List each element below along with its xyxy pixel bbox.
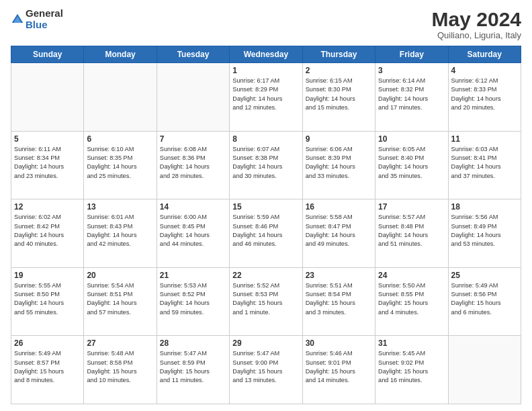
day-info: Sunrise: 5:45 AMSunset: 9:02 PMDaylight:… <box>378 349 445 385</box>
day-info: Sunrise: 6:11 AMSunset: 8:34 PMDaylight:… <box>14 145 81 181</box>
day-number: 18 <box>451 202 518 212</box>
logo-text: General Blue <box>26 8 63 30</box>
day-number: 16 <box>306 202 372 212</box>
calendar-week-row: 1Sunrise: 6:17 AMSunset: 8:29 PMDaylight… <box>11 63 521 132</box>
table-row: 10Sunrise: 6:05 AMSunset: 8:40 PMDayligh… <box>375 131 448 199</box>
page: General Blue May 2024 Quiliano, Liguria,… <box>0 0 532 411</box>
day-number: 9 <box>306 134 372 144</box>
day-info: Sunrise: 5:47 AMSunset: 9:00 PMDaylight:… <box>232 349 299 385</box>
day-info: Sunrise: 6:17 AMSunset: 8:29 PMDaylight:… <box>232 77 299 112</box>
location-subtitle: Quiliano, Liguria, Italy <box>432 30 521 40</box>
day-number: 26 <box>14 338 81 348</box>
day-number: 27 <box>87 338 153 348</box>
logo-blue: Blue <box>26 19 48 30</box>
day-number: 1 <box>232 66 299 75</box>
table-row: 19Sunrise: 5:55 AMSunset: 8:50 PMDayligh… <box>11 267 84 336</box>
day-info: Sunrise: 6:12 AMSunset: 8:33 PMDaylight:… <box>451 77 518 112</box>
table-row: 27Sunrise: 5:48 AMSunset: 8:58 PMDayligh… <box>84 336 157 404</box>
day-info: Sunrise: 6:00 AMSunset: 8:45 PMDaylight:… <box>160 213 226 248</box>
calendar-week-row: 19Sunrise: 5:55 AMSunset: 8:50 PMDayligh… <box>11 267 521 336</box>
day-info: Sunrise: 6:10 AMSunset: 8:35 PMDaylight:… <box>87 145 153 181</box>
table-row: 28Sunrise: 5:47 AMSunset: 8:59 PMDayligh… <box>157 336 229 404</box>
month-title: May 2024 <box>432 8 521 30</box>
day-number: 3 <box>378 66 445 75</box>
day-number: 11 <box>451 134 518 144</box>
day-number: 24 <box>378 271 445 280</box>
table-row: 8Sunrise: 6:07 AMSunset: 8:38 PMDaylight… <box>230 131 302 199</box>
day-number: 6 <box>87 134 153 144</box>
day-info: Sunrise: 6:14 AMSunset: 8:32 PMDaylight:… <box>378 77 445 112</box>
day-info: Sunrise: 6:15 AMSunset: 8:30 PMDaylight:… <box>306 77 372 112</box>
day-number: 4 <box>451 66 518 75</box>
col-wednesday: Wednesday <box>230 46 302 63</box>
col-friday: Friday <box>375 46 448 63</box>
table-row <box>11 63 84 132</box>
day-number: 7 <box>160 134 226 144</box>
table-row <box>448 336 521 404</box>
day-number: 5 <box>14 134 81 144</box>
logo-general: General <box>26 7 63 19</box>
table-row: 20Sunrise: 5:54 AMSunset: 8:51 PMDayligh… <box>84 267 157 336</box>
day-info: Sunrise: 6:07 AMSunset: 8:38 PMDaylight:… <box>232 145 299 181</box>
table-row: 14Sunrise: 6:00 AMSunset: 8:45 PMDayligh… <box>157 199 229 268</box>
day-info: Sunrise: 5:50 AMSunset: 8:55 PMDaylight:… <box>378 281 445 317</box>
calendar-week-row: 5Sunrise: 6:11 AMSunset: 8:34 PMDaylight… <box>11 131 521 199</box>
day-info: Sunrise: 5:55 AMSunset: 8:50 PMDaylight:… <box>14 281 81 317</box>
day-number: 10 <box>378 134 445 144</box>
col-tuesday: Tuesday <box>157 46 229 63</box>
day-info: Sunrise: 5:56 AMSunset: 8:49 PMDaylight:… <box>451 213 518 248</box>
table-row: 29Sunrise: 5:47 AMSunset: 9:00 PMDayligh… <box>230 336 302 404</box>
day-number: 17 <box>378 202 445 212</box>
day-info: Sunrise: 5:52 AMSunset: 8:53 PMDaylight:… <box>232 281 299 317</box>
day-number: 8 <box>232 134 299 144</box>
table-row: 12Sunrise: 6:02 AMSunset: 8:42 PMDayligh… <box>11 199 84 268</box>
table-row: 3Sunrise: 6:14 AMSunset: 8:32 PMDaylight… <box>375 63 448 132</box>
day-number: 30 <box>306 338 372 348</box>
table-row: 1Sunrise: 6:17 AMSunset: 8:29 PMDaylight… <box>230 63 302 132</box>
table-row <box>84 63 157 132</box>
day-info: Sunrise: 6:02 AMSunset: 8:42 PMDaylight:… <box>14 213 81 248</box>
day-number: 22 <box>232 271 299 280</box>
day-info: Sunrise: 5:49 AMSunset: 8:56 PMDaylight:… <box>451 281 518 317</box>
day-number: 25 <box>451 271 518 280</box>
table-row: 13Sunrise: 6:01 AMSunset: 8:43 PMDayligh… <box>84 199 157 268</box>
table-row: 5Sunrise: 6:11 AMSunset: 8:34 PMDaylight… <box>11 131 84 199</box>
col-saturday: Saturday <box>448 46 521 63</box>
col-sunday: Sunday <box>11 46 84 63</box>
day-info: Sunrise: 5:53 AMSunset: 8:52 PMDaylight:… <box>160 281 226 317</box>
table-row: 26Sunrise: 5:49 AMSunset: 8:57 PMDayligh… <box>11 336 84 404</box>
col-thursday: Thursday <box>302 46 375 63</box>
day-info: Sunrise: 5:46 AMSunset: 9:01 PMDaylight:… <box>306 349 372 385</box>
day-info: Sunrise: 6:05 AMSunset: 8:40 PMDaylight:… <box>378 145 445 181</box>
calendar-header-row: Sunday Monday Tuesday Wednesday Thursday… <box>11 46 521 63</box>
day-number: 15 <box>232 202 299 212</box>
table-row: 22Sunrise: 5:52 AMSunset: 8:53 PMDayligh… <box>230 267 302 336</box>
table-row: 4Sunrise: 6:12 AMSunset: 8:33 PMDaylight… <box>448 63 521 132</box>
day-number: 29 <box>232 338 299 348</box>
table-row <box>157 63 229 132</box>
day-number: 2 <box>306 66 372 75</box>
day-info: Sunrise: 5:47 AMSunset: 8:59 PMDaylight:… <box>160 349 226 385</box>
day-info: Sunrise: 5:48 AMSunset: 8:58 PMDaylight:… <box>87 349 153 385</box>
title-block: May 2024 Quiliano, Liguria, Italy <box>432 8 521 40</box>
day-info: Sunrise: 6:06 AMSunset: 8:39 PMDaylight:… <box>306 145 372 181</box>
day-number: 31 <box>378 338 445 348</box>
table-row: 2Sunrise: 6:15 AMSunset: 8:30 PMDaylight… <box>302 63 375 132</box>
table-row: 11Sunrise: 6:03 AMSunset: 8:41 PMDayligh… <box>448 131 521 199</box>
day-number: 23 <box>306 271 372 280</box>
day-info: Sunrise: 5:49 AMSunset: 8:57 PMDaylight:… <box>14 349 81 385</box>
calendar-body: 1Sunrise: 6:17 AMSunset: 8:29 PMDaylight… <box>11 63 521 404</box>
table-row: 17Sunrise: 5:57 AMSunset: 8:48 PMDayligh… <box>375 199 448 268</box>
day-number: 19 <box>14 271 81 280</box>
day-info: Sunrise: 6:01 AMSunset: 8:43 PMDaylight:… <box>87 213 153 248</box>
table-row: 15Sunrise: 5:59 AMSunset: 8:46 PMDayligh… <box>230 199 302 268</box>
calendar-week-row: 26Sunrise: 5:49 AMSunset: 8:57 PMDayligh… <box>11 336 521 404</box>
day-number: 13 <box>87 202 153 212</box>
table-row: 6Sunrise: 6:10 AMSunset: 8:35 PMDaylight… <box>84 131 157 199</box>
day-number: 21 <box>160 271 226 280</box>
logo-icon <box>11 13 24 26</box>
header: General Blue May 2024 Quiliano, Liguria,… <box>11 8 521 40</box>
day-info: Sunrise: 5:54 AMSunset: 8:51 PMDaylight:… <box>87 281 153 317</box>
logo: General Blue <box>11 8 63 30</box>
day-info: Sunrise: 5:51 AMSunset: 8:54 PMDaylight:… <box>306 281 372 317</box>
